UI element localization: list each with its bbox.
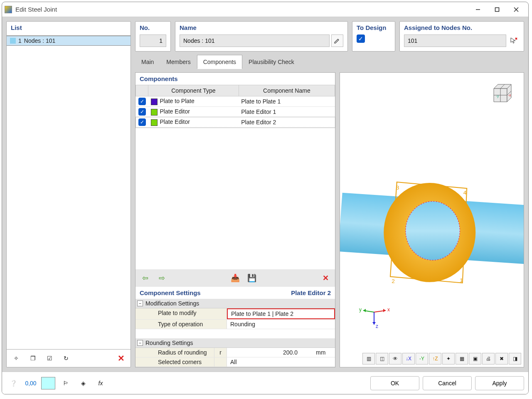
- table-row[interactable]: ✓ Plate to Plate Plate to Plate 1: [136, 96, 335, 107]
- svg-text:-x: -x: [508, 93, 511, 97]
- refresh-checks-button[interactable]: ↻: [59, 352, 73, 365]
- no-field: No.: [135, 21, 171, 52]
- delete-item-button[interactable]: ✕: [114, 352, 128, 365]
- table-row[interactable]: ✓ Plate Editor Plate Editor 1: [136, 107, 335, 117]
- new-item-button[interactable]: ✧: [9, 352, 23, 365]
- row-checkbox[interactable]: ✓: [138, 98, 146, 105]
- collapse-icon[interactable]: −: [137, 340, 143, 346]
- settings-current: Plate Editor 2: [291, 289, 331, 296]
- list-item-color-icon: [10, 38, 16, 44]
- move-down-button[interactable]: ⇨: [155, 272, 169, 284]
- operation-type-value[interactable]: Rounding: [227, 320, 335, 329]
- no-label: No.: [140, 24, 166, 31]
- radius-symbol: r: [214, 348, 227, 357]
- move-up-button[interactable]: ⇦: [138, 272, 152, 284]
- vp-shaded-button[interactable]: ▦: [456, 353, 468, 365]
- col-name: Component Name: [239, 85, 335, 96]
- plate-to-modify-value[interactable]: Plate to Plate 1 | Plate 2: [227, 308, 335, 319]
- apply-button[interactable]: Apply: [475, 376, 524, 390]
- ok-button[interactable]: OK: [370, 376, 419, 390]
- window-title: Edit Steel Joint: [15, 6, 57, 13]
- modification-settings-group[interactable]: − Modification Settings: [135, 299, 335, 308]
- svg-text:-y: -y: [496, 94, 499, 98]
- corners-label: Selected corners: [135, 357, 214, 367]
- help-button[interactable]: ❔: [6, 377, 20, 389]
- vp-axis-x-button[interactable]: ↓X: [402, 353, 415, 365]
- formula-button[interactable]: fx: [94, 377, 108, 389]
- name-label: Name: [180, 24, 343, 31]
- minimize-button[interactable]: [468, 3, 488, 16]
- vp-detach-button[interactable]: ◨: [509, 353, 521, 365]
- navigation-cube-icon[interactable]: -y -x: [485, 79, 515, 109]
- vp-select-button[interactable]: ▥: [362, 353, 375, 365]
- titlebar: Edit Steel Joint: [2, 2, 528, 17]
- svg-text:z: z: [376, 323, 378, 329]
- tab-components[interactable]: Components: [197, 55, 242, 69]
- tab-main[interactable]: Main: [135, 55, 160, 69]
- col-type: Component Type: [148, 85, 239, 96]
- name-field: Name: [175, 21, 348, 52]
- cancel-button[interactable]: Cancel: [423, 376, 472, 390]
- svg-point-9: [406, 201, 460, 260]
- svg-marker-22: [383, 309, 386, 312]
- 3d-viewport[interactable]: 3 4 1 2: [340, 72, 524, 367]
- list-toolbar: ✧ ❐ ☑ ↻ ✕: [7, 349, 131, 367]
- edit-name-button[interactable]: [331, 34, 343, 47]
- vp-axis-z-button[interactable]: ↑Z: [429, 353, 441, 365]
- components-toolbar: ⇦ ⇨ 📥 💾 ✕: [135, 269, 335, 287]
- tab-bar: Main Members Components Plausibility Che…: [135, 55, 524, 69]
- svg-rect-1: [495, 7, 499, 11]
- delete-component-button[interactable]: ✕: [318, 272, 332, 284]
- row-checkbox[interactable]: ✓: [138, 118, 146, 126]
- maximize-button[interactable]: [488, 3, 507, 16]
- tab-plausibility[interactable]: Plausibility Check: [242, 55, 300, 69]
- pick-nodes-button[interactable]: [508, 34, 520, 47]
- corners-value[interactable]: All: [227, 357, 314, 367]
- vp-eye-button[interactable]: 👁: [389, 353, 401, 365]
- svg-marker-28: [372, 322, 376, 325]
- svg-text:x: x: [387, 307, 390, 313]
- close-button[interactable]: [507, 3, 526, 16]
- vp-view-button[interactable]: ◫: [376, 353, 388, 365]
- assigned-label: Assigned to Nodes No.: [404, 24, 520, 31]
- rounding-settings-group[interactable]: − Rounding Settings: [135, 338, 335, 348]
- collapse-icon[interactable]: −: [137, 300, 143, 306]
- check-all-button[interactable]: ☑: [42, 352, 57, 365]
- color-swatch-icon: [151, 119, 158, 126]
- svg-text:3: 3: [396, 185, 399, 191]
- viewport-toolbar: ▥ ◫ 👁 ↓X -Y ↑Z ✦ ▦ ▣ 🖨 ✖ ◨: [355, 353, 521, 365]
- todesign-checkbox[interactable]: ✓: [357, 34, 365, 43]
- name-input[interactable]: [180, 34, 330, 47]
- tab-members[interactable]: Members: [160, 55, 197, 69]
- color-swatch-icon: [151, 109, 158, 116]
- list-heading: List: [7, 22, 131, 36]
- radius-value[interactable]: 200.0: [227, 348, 314, 357]
- color-swatch-icon: [151, 99, 158, 105]
- legend-button[interactable]: 🏳: [59, 377, 73, 389]
- plate-to-modify-label: Plate to modify: [135, 308, 227, 319]
- table-row[interactable]: ✓ Plate Editor Plate Editor 2: [136, 117, 335, 128]
- preview-button[interactable]: ◈: [76, 377, 90, 389]
- no-input[interactable]: [140, 34, 166, 47]
- vp-axis-y-button[interactable]: -Y: [416, 353, 428, 365]
- row-checkbox[interactable]: ✓: [138, 108, 146, 116]
- vp-wire-button[interactable]: ▣: [469, 353, 481, 365]
- assigned-input[interactable]: [404, 34, 506, 47]
- vp-reset-button[interactable]: ✖: [495, 353, 508, 365]
- assigned-field: Assigned to Nodes No.: [399, 21, 524, 52]
- import-button[interactable]: 📥: [228, 272, 242, 284]
- todesign-field: To Design ✓: [352, 21, 395, 52]
- axis-gizmo-icon: x y z: [357, 298, 391, 331]
- list-item-label: Nodes : 101: [24, 37, 56, 44]
- units-button[interactable]: 0,00: [24, 377, 38, 389]
- vp-iso-button[interactable]: ✦: [442, 353, 455, 365]
- list-panel: List 1 Nodes : 101 ✧ ❐ ☑ ↻ ✕: [6, 21, 131, 367]
- vp-print-button[interactable]: 🖨: [482, 353, 495, 365]
- svg-text:2: 2: [392, 278, 395, 284]
- color-button[interactable]: [41, 377, 55, 389]
- list-item[interactable]: 1 Nodes : 101: [7, 36, 131, 46]
- export-button[interactable]: 💾: [245, 272, 259, 284]
- dialog-footer: ❔ 0,00 🏳 ◈ fx OK Cancel Apply: [2, 372, 528, 394]
- duplicate-item-button[interactable]: ❐: [26, 352, 40, 365]
- radius-unit: mm: [314, 348, 335, 357]
